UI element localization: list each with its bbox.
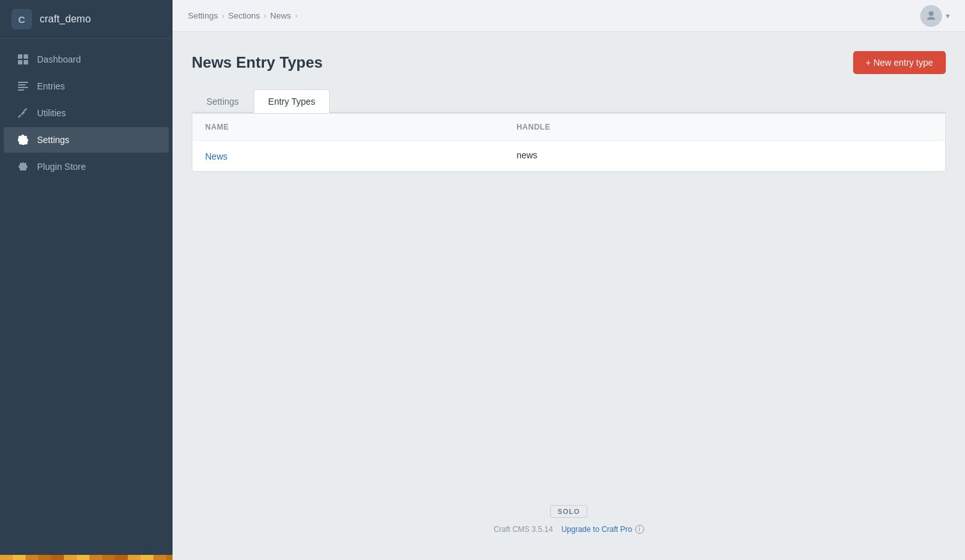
sidebar-item-utilities[interactable]: Utilities bbox=[4, 100, 169, 126]
sidebar-logo[interactable]: C craft_demo bbox=[0, 0, 173, 39]
sidebar-item-settings-label: Settings bbox=[37, 135, 70, 145]
plugin-icon bbox=[17, 160, 29, 173]
col-handle: Handle bbox=[504, 114, 945, 141]
tab-settings[interactable]: Settings bbox=[192, 89, 254, 113]
page-header: News Entry Types + New entry type bbox=[192, 51, 946, 74]
nav-menu: Dashboard Entries Utilities bbox=[0, 39, 173, 555]
breadcrumb-sections[interactable]: Sections bbox=[228, 11, 260, 20]
sidebar-item-entries-label: Entries bbox=[37, 81, 65, 91]
svg-rect-5 bbox=[18, 84, 26, 86]
settings-icon bbox=[17, 133, 29, 146]
svg-rect-3 bbox=[24, 60, 28, 64]
cms-version: Craft CMS 3.5.14 bbox=[493, 525, 553, 534]
sidebar-item-utilities-label: Utilities bbox=[37, 108, 66, 118]
topbar: Settings › Sections › News › ▾ bbox=[173, 0, 965, 32]
svg-rect-4 bbox=[18, 82, 28, 83]
upgrade-link[interactable]: Upgrade to Craft Pro bbox=[561, 525, 632, 534]
dashboard-icon bbox=[17, 53, 29, 66]
page-title: News Entry Types bbox=[192, 54, 323, 72]
new-entry-button[interactable]: + New entry type bbox=[853, 51, 946, 74]
entries-icon bbox=[17, 80, 29, 93]
table-body: News news ⚙ ✕ bbox=[192, 141, 945, 172]
utilities-icon bbox=[17, 107, 29, 119]
sidebar: C craft_demo Dashboard bbox=[0, 0, 173, 560]
sidebar-item-dashboard-label: Dashboard bbox=[37, 54, 81, 64]
entry-types-table-card: Name Handle News news ⚙ ✕ bbox=[192, 113, 946, 172]
svg-rect-2 bbox=[18, 60, 22, 64]
sidebar-item-plugin-store-label: Plugin Store bbox=[37, 162, 86, 172]
breadcrumb-settings[interactable]: Settings bbox=[188, 11, 218, 20]
entry-types-table: Name Handle News news ⚙ ✕ bbox=[192, 114, 945, 171]
info-icon: i bbox=[635, 525, 644, 534]
user-area[interactable]: ▾ bbox=[920, 5, 950, 27]
handle-value: news bbox=[516, 150, 537, 160]
cell-handle: news ⚙ ✕ bbox=[504, 141, 945, 172]
sidebar-item-settings[interactable]: Settings bbox=[4, 127, 169, 153]
page-content: News Entry Types + New entry type Settin… bbox=[173, 32, 965, 560]
tabs: Settings Entry Types bbox=[192, 89, 946, 113]
breadcrumb: Settings › Sections › News › bbox=[188, 11, 297, 20]
settings-row-icon[interactable]: ⚙ bbox=[909, 150, 918, 162]
cell-name: News bbox=[192, 141, 504, 172]
entry-name-link[interactable]: News bbox=[205, 151, 228, 162]
svg-rect-0 bbox=[18, 54, 22, 59]
logo-letter: C bbox=[19, 14, 26, 25]
footer: SOLO Craft CMS 3.5.14 Upgrade to Craft P… bbox=[192, 492, 946, 547]
breadcrumb-sep-1: › bbox=[222, 11, 224, 20]
col-name: Name bbox=[192, 114, 504, 141]
sidebar-bottom-bar bbox=[0, 555, 173, 560]
breadcrumb-sep-3: › bbox=[295, 11, 297, 20]
app-name: craft_demo bbox=[40, 13, 91, 25]
sidebar-item-plugin-store[interactable]: Plugin Store bbox=[4, 154, 169, 179]
sidebar-item-entries[interactable]: Entries bbox=[4, 73, 169, 99]
table-row: News news ⚙ ✕ bbox=[192, 141, 945, 172]
main-content: Settings › Sections › News › ▾ News Entr… bbox=[173, 0, 965, 560]
user-menu-chevron: ▾ bbox=[946, 11, 950, 20]
user-avatar[interactable] bbox=[920, 5, 942, 27]
solo-badge: SOLO bbox=[550, 505, 587, 518]
svg-rect-6 bbox=[18, 87, 28, 88]
svg-rect-1 bbox=[24, 54, 28, 59]
tab-entry-types[interactable]: Entry Types bbox=[254, 89, 330, 113]
delete-row-icon[interactable]: ✕ bbox=[924, 150, 932, 162]
svg-rect-7 bbox=[18, 89, 24, 91]
breadcrumb-sep-2: › bbox=[264, 11, 266, 20]
breadcrumb-news[interactable]: News bbox=[270, 11, 291, 20]
table-header-row: Name Handle bbox=[192, 114, 945, 141]
sidebar-item-dashboard[interactable]: Dashboard bbox=[4, 47, 169, 72]
app-logo-badge: C bbox=[12, 9, 32, 29]
